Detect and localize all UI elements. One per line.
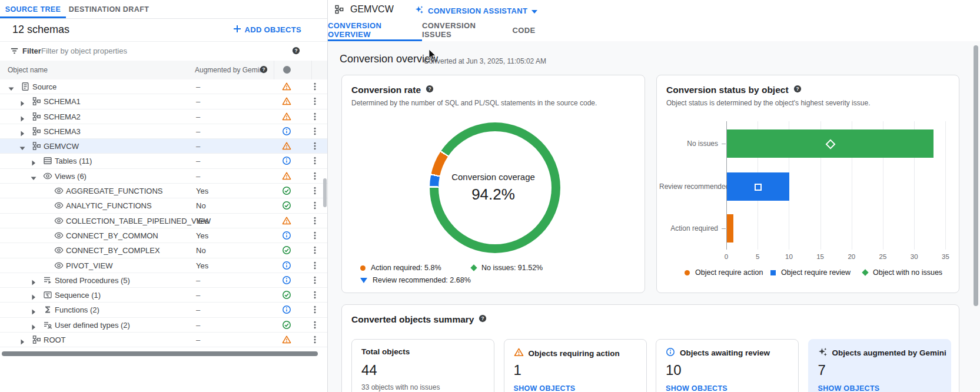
row-menu-kebab-icon[interactable] — [311, 290, 319, 300]
tab-destination-draft[interactable]: DESTINATION DRAFT — [66, 0, 152, 18]
summary-card-total-objects[interactable]: Total objects4433 objects with no issues — [351, 339, 494, 392]
row-menu-kebab-icon[interactable] — [311, 245, 319, 255]
row-menu-kebab-icon[interactable] — [311, 82, 319, 91]
status-column-icon[interactable] — [283, 66, 291, 74]
row-menu-kebab-icon[interactable] — [311, 127, 319, 136]
schema-icon — [32, 127, 41, 136]
status-info-icon[interactable] — [282, 156, 291, 165]
row-menu-kebab-icon[interactable] — [311, 275, 319, 285]
summary-card-value: 1 — [514, 362, 521, 378]
summary-help-icon[interactable]: ? — [479, 314, 487, 325]
legend-label: No issues: 91.52% — [481, 264, 543, 272]
show-objects-link[interactable]: SHOW OBJECTS — [514, 384, 576, 392]
summary-card-objects-awaiting-review[interactable]: Objects awaiting review10SHOW OBJECTS — [656, 339, 799, 392]
horizontal-scrollbar[interactable] — [2, 351, 318, 356]
row-menu-kebab-icon[interactable] — [311, 141, 319, 151]
collapse-arrow-icon[interactable] — [31, 173, 36, 179]
status-warning-icon[interactable] — [282, 335, 291, 344]
row-menu-kebab-icon[interactable] — [311, 171, 319, 181]
expand-arrow-icon[interactable] — [31, 292, 36, 298]
status-info-icon[interactable] — [282, 231, 291, 240]
tree-row-schema3[interactable]: SCHEMA3– — [0, 124, 327, 139]
tab-code[interactable]: CODE — [503, 19, 544, 41]
tree-row-sequence-1-[interactable]: Sequence (1)– — [0, 288, 327, 303]
summary-card-objects-requiring-action[interactable]: Objects requiring action1SHOW OBJECTS — [504, 339, 647, 392]
row-menu-kebab-icon[interactable] — [311, 112, 319, 121]
expand-arrow-icon[interactable] — [19, 114, 25, 119]
tree-row-views-6-[interactable]: Views (6)– — [0, 169, 327, 184]
status-info-icon[interactable] — [282, 275, 291, 285]
tree-vertical-scrollbar[interactable] — [323, 178, 327, 207]
tree-row-aggregate-functions[interactable]: AGGREGATE_FUNCTIONSYes — [0, 184, 327, 198]
row-menu-kebab-icon[interactable] — [311, 186, 319, 195]
filter-input[interactable]: Filter by object properties — [41, 46, 127, 55]
tree-row-root[interactable]: ROOT– — [0, 333, 327, 347]
collapse-arrow-icon[interactable] — [8, 84, 14, 89]
page-vertical-scrollbar[interactable] — [974, 45, 978, 306]
status-ok-icon[interactable] — [282, 245, 291, 255]
filter-bar[interactable]: Filter Filter by object properties ? — [0, 41, 327, 61]
summary-card-objects-augmented-by-gemini[interactable]: Objects augmented by Gemini7SHOW OBJECTS — [808, 339, 951, 392]
expand-arrow-icon[interactable] — [31, 158, 36, 164]
expand-arrow-icon[interactable] — [31, 277, 36, 283]
tree-row-user-defined-types-2-[interactable]: User defined types (2)– — [0, 318, 327, 333]
overview-content: Conversion overview Converted at Jun 3, … — [328, 41, 980, 392]
status-warning-icon[interactable] — [282, 141, 291, 151]
view-icon — [54, 201, 64, 210]
row-menu-kebab-icon[interactable] — [311, 305, 319, 314]
expand-arrow-icon[interactable] — [31, 307, 36, 313]
status-ok-icon[interactable] — [282, 186, 291, 195]
status-ok-icon[interactable] — [282, 290, 291, 300]
row-menu-kebab-icon[interactable] — [311, 231, 319, 240]
conversion-assistant-button[interactable]: CONVERSION ASSISTANT — [415, 5, 537, 16]
status-warning-icon[interactable] — [282, 216, 291, 225]
tree-row-connect-by-complex[interactable]: CONNECT_BY_COMPLEXNo — [0, 243, 327, 258]
filter-label: Filter — [22, 46, 41, 55]
expand-arrow-icon[interactable] — [31, 322, 36, 328]
tree-row-schema2[interactable]: SCHEMA2– — [0, 109, 327, 124]
tree-row-gemvcw[interactable]: GEMVCW– — [0, 139, 327, 154]
tree-row-collection-table-pipelined-view[interactable]: COLLECTION_TABLE_PIPELINED_VIEWYes — [0, 214, 327, 228]
tree-row-source[interactable]: Source– — [0, 79, 327, 94]
augmented-by-gemini-value: – — [196, 291, 200, 300]
tree-row-analytic-functions[interactable]: ANALYTIC_FUNCTIONSNo — [0, 198, 327, 213]
tree-row-stored-procedures-5-[interactable]: Stored Procedures (5)– — [0, 273, 327, 288]
tree-row-functions-2-[interactable]: Functions (2)– — [0, 303, 327, 317]
expand-arrow-icon[interactable] — [19, 337, 25, 343]
row-menu-kebab-icon[interactable] — [311, 156, 319, 165]
summary-title: Converted objects summary — [351, 314, 474, 325]
tree-row-schema1[interactable]: SCHEMA1– — [0, 94, 327, 109]
row-menu-kebab-icon[interactable] — [311, 97, 319, 106]
status-warning-icon[interactable] — [282, 97, 291, 106]
expand-arrow-icon[interactable] — [19, 128, 25, 134]
expand-arrow-icon[interactable] — [19, 98, 25, 104]
augmented-help-icon[interactable]: ? — [260, 65, 268, 75]
status-warning-icon[interactable] — [282, 171, 291, 181]
show-objects-link[interactable]: SHOW OBJECTS — [818, 384, 880, 392]
status-info-icon[interactable] — [282, 261, 291, 270]
add-objects-button[interactable]: ADD OBJECTS — [233, 25, 301, 35]
status-info-icon[interactable] — [282, 127, 291, 136]
tab-source-tree[interactable]: SOURCE TREE — [0, 0, 66, 18]
tab-conversion-issues[interactable]: CONVERSION ISSUES — [422, 19, 503, 41]
collapse-arrow-icon[interactable] — [19, 143, 25, 149]
tree-row-pivot-view[interactable]: PIVOT_VIEWYes — [0, 258, 327, 273]
tree-row-connect-by-common[interactable]: CONNECT_BY_COMMONYes — [0, 228, 327, 243]
show-objects-link[interactable]: SHOW OBJECTS — [666, 384, 727, 392]
row-menu-kebab-icon[interactable] — [311, 261, 319, 270]
filter-help-icon[interactable]: ? — [292, 46, 300, 57]
status-warning-icon[interactable] — [282, 82, 291, 91]
status-warning-icon[interactable] — [282, 112, 291, 121]
row-menu-kebab-icon[interactable] — [311, 216, 319, 225]
tree-row-tables-11-[interactable]: Tables (11)– — [0, 154, 327, 168]
row-menu-kebab-icon[interactable] — [311, 201, 319, 210]
row-menu-kebab-icon[interactable] — [311, 335, 319, 344]
object-name: Sequence (1) — [55, 291, 101, 300]
legend-square-marker — [770, 270, 776, 275]
tab-conversion-overview[interactable]: CONVERSION OVERVIEW — [328, 19, 422, 41]
row-menu-kebab-icon[interactable] — [311, 320, 319, 330]
status-ok-icon[interactable] — [282, 201, 291, 210]
augmented-by-gemini-value: – — [196, 112, 200, 121]
status-info-icon[interactable] — [282, 305, 291, 314]
status-ok-icon[interactable] — [282, 320, 291, 330]
